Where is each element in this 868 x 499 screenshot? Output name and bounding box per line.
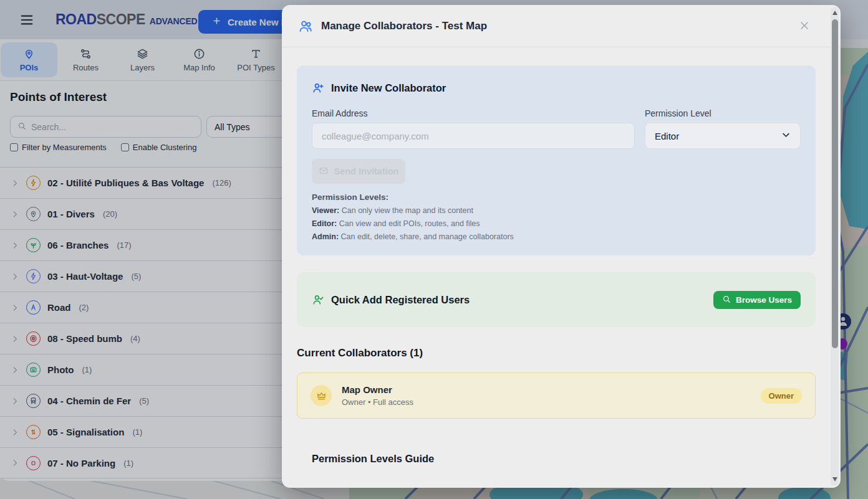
close-icon[interactable]	[798, 19, 811, 32]
modal-scrollbar[interactable]	[831, 7, 839, 486]
scroll-down-arrow-icon[interactable]	[832, 477, 837, 482]
manage-collaborators-modal: Manage Collaborators - Test Map Invite N…	[282, 5, 841, 488]
users-icon	[298, 19, 313, 34]
collaborator-info: Map Owner Owner • Full access	[342, 384, 413, 407]
permission-level-value: Editor	[655, 131, 679, 141]
invite-section-title: Invite New Collaborator	[312, 82, 446, 94]
permission-level-select[interactable]: Editor	[645, 123, 801, 149]
quick-add-title: Quick Add Registered Users	[312, 293, 470, 306]
send-invitation-button[interactable]: Send Invitation	[312, 159, 405, 184]
email-field[interactable]	[312, 123, 635, 149]
modal-header: Manage Collaborators - Test Map	[282, 5, 841, 47]
mail-icon	[319, 166, 329, 178]
email-label: Email Address	[312, 108, 367, 118]
permission-label: Permission Level	[645, 108, 711, 118]
scrollbar-thumb[interactable]	[832, 19, 838, 348]
permission-level-line: Admin: Can edit, delete, share, and mana…	[312, 232, 514, 241]
collaborator-subtitle: Owner • Full access	[342, 397, 413, 407]
collaborator-name: Map Owner	[342, 384, 413, 395]
user-plus-icon	[312, 82, 324, 94]
owner-badge: Owner	[761, 388, 802, 404]
scroll-up-arrow-icon[interactable]	[832, 11, 837, 15]
browse-users-button[interactable]: Browse Users	[713, 291, 801, 309]
permission-guide-heading: Permission Levels Guide	[312, 453, 434, 465]
app-root: ROADSCOPE ADVANCED MAPPING Create New M	[0, 0, 868, 499]
permission-levels-list: Viewer: Can only view the map and its co…	[312, 206, 514, 241]
quick-add-card: Quick Add Registered Users Browse Users	[297, 272, 816, 327]
search-icon	[722, 295, 731, 305]
permission-level-line: Viewer: Can only view the map and its co…	[312, 206, 514, 215]
permission-level-line: Editor: Can view and edit POIs, routes, …	[312, 219, 514, 228]
user-check-icon	[312, 293, 324, 306]
current-collaborators-heading: Current Collaborators (1)	[297, 347, 423, 359]
permission-levels-title: Permission Levels:	[312, 192, 388, 202]
crown-icon	[311, 385, 332, 406]
chevron-down-icon	[781, 130, 791, 141]
collaborator-row: Map Owner Owner • Full access Owner	[297, 373, 816, 419]
modal-title: Manage Collaborators - Test Map	[321, 20, 487, 32]
invite-collaborator-card: Invite New Collaborator Email Address Pe…	[297, 65, 816, 255]
